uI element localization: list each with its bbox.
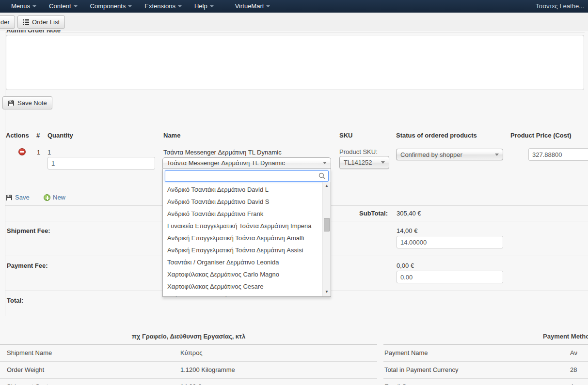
table-row: Shipment Name Κύπρος [0,345,377,362]
product-option[interactable]: Τσάντα Laptop Δερμάτινη Milano [163,293,322,296]
scrollbar-thumb[interactable] [324,218,330,231]
subtotal-value: 305,40 € [397,210,421,217]
product-select-dropdown: Ανδρικό Τσαντάκι Δερμάτινο David L Ανδρι… [162,169,331,297]
payment-summary-table: Payment Metho Payment Name Αν Total in P… [383,328,588,385]
nav-components[interactable]: Components [84,0,139,13]
payment-table-header: Payment Metho [383,328,588,345]
toolbar: der Order List [0,13,588,31]
product-option[interactable]: Ανδρικό Τσαντάκι Δερμάτινο David S [163,196,322,208]
product-option[interactable]: Γυναικεία Επαγγελματική Τσάντα Δερμάτινη… [163,220,322,232]
nav-menus[interactable]: Menus [5,0,43,13]
chevron-down-icon [178,5,182,7]
product-search-wrap [165,170,329,182]
row-value: Αν [570,345,577,361]
col-header-price: Product Price (Cost) [510,132,572,139]
edit-order-button-clipped[interactable]: der [0,15,15,29]
virtuemart-order-edit-screen: Menus Content Components Extensions Help… [0,0,588,385]
row-value: 4 [570,379,573,385]
col-header-sku: SKU [339,132,352,139]
table-row: Total in Payment Currency 28 [383,362,588,379]
product-option[interactable]: Τσαντάκι / Organiser Δερμάτινο Leonida [163,256,322,268]
payment-fee-display: 0,00 € [397,262,414,269]
order-status-select[interactable]: Confirmed by shopper [396,149,503,160]
table-row: Order Weight 1.1200 Kilogramme [0,362,377,379]
row-label: Email Currency [383,383,428,385]
delete-item-icon[interactable] [18,148,26,155]
plus-icon [44,194,50,201]
sku-select[interactable]: TL141252 [339,156,389,169]
admin-order-note-legend: Admin Order Note [6,30,61,34]
new-item-link[interactable]: New [44,194,65,201]
list-icon [23,19,29,25]
chevron-down-icon [32,5,36,7]
admin-order-note-textarea[interactable] [6,35,584,90]
product-select-value: Τσάντα Messenger Δερμάτινη TL Dynamic [167,159,285,167]
chevron-down-icon [210,5,214,7]
save-item-link[interactable]: Save [6,194,30,201]
chevron-down-icon [266,5,270,7]
row-value: 14,00 € [180,379,201,385]
product-options-list: Ανδρικό Τσαντάκι Δερμάτινο David L Ανδρι… [163,184,322,296]
shipment-table-header: πχ Γραφείο, Διεύθυνση Εργασίας, κτλ [0,328,377,345]
product-price-input[interactable] [528,148,588,161]
row-label: Total in Payment Currency [383,366,458,373]
dropdown-scrollbar[interactable]: ▲ ▼ [322,182,331,296]
row-value: 28 [570,362,577,378]
save-icon [8,100,15,107]
col-header-status: Status of ordered products [396,132,477,139]
chevron-down-icon [323,162,327,164]
row-value: 1.1200 Kilogramme [180,362,235,378]
shipment-summary-table: πχ Γραφείο, Διεύθυνση Εργασίας, κτλ Ship… [0,328,377,385]
chevron-down-icon [128,5,132,7]
col-header-name: Name [163,132,180,139]
shipment-fee-label: Shipment Fee: [7,227,50,234]
row-label: Payment Name [383,349,428,356]
product-name-text: Τσάντα Messenger Δερμάτινη TL Dynamic [163,149,282,156]
row-value: Κύπρος [180,345,203,361]
save-icon [6,194,13,201]
col-header-quantity: Quantity [48,132,73,139]
shipment-fee-input[interactable] [397,236,503,248]
nav-virtuemart[interactable]: VirtueMart [229,0,277,13]
product-option[interactable]: Ανδρικό Τσαντάκι Δερμάτινο Frank [163,208,322,220]
table-row: Shipment Cost 14,00 € [0,379,377,385]
product-option[interactable]: Χαρτοφύλακας Δερμάτινος Cesare [163,280,322,293]
total-label: Total: [7,297,23,304]
product-option[interactable]: Ανδρικό Τσαντάκι Δερμάτινο David L [163,184,322,196]
col-header-number: # [36,132,40,139]
scroll-up-icon[interactable]: ▲ [323,182,331,190]
row-label: Shipment Name [0,349,52,356]
product-option[interactable]: Χαρτοφύλακας Δερμάτινος Carlo Magno [163,268,322,280]
quantity-input[interactable] [48,157,155,169]
nav-help[interactable]: Help [188,0,220,13]
order-list-button[interactable]: Order List [17,15,65,29]
payment-fee-label: Payment Fee: [7,262,48,269]
admin-navbar: Menus Content Components Extensions Help… [0,0,588,13]
nav-extensions[interactable]: Extensions [138,0,188,13]
shipment-fee-display: 14,00 € [397,227,417,234]
site-name[interactable]: Τσαντες Leathe... [536,0,584,13]
scroll-down-icon[interactable]: ▼ [323,288,331,296]
subtotal-label: SubTotal: [339,210,388,217]
table-row: Email Currency 4 [383,379,588,385]
row-index: 1 [37,149,40,156]
product-option[interactable]: Ανδρική Επαγγελματική Τσάντα Δερμάτινη A… [163,244,322,256]
col-header-actions: Actions [6,132,29,139]
save-note-button[interactable]: Save Note [2,96,52,109]
sku-select-value: TL141252 [344,159,372,166]
payment-fee-input[interactable] [397,271,503,283]
product-select[interactable]: Τσάντα Messenger Δερμάτινη TL Dynamic [162,157,331,169]
chevron-down-icon [495,154,499,156]
chevron-down-icon [381,161,385,164]
search-icon [318,172,326,180]
product-sku-label: Product SKU: [339,148,378,155]
product-search-input[interactable] [165,170,329,182]
row-label: Shipment Cost [0,383,48,385]
chevron-down-icon [74,5,78,7]
product-option[interactable]: Ανδρική Επαγγελματική Τσάντα Δερμάτινη A… [163,232,322,244]
row-quantity-text: 1 [48,149,51,156]
row-label: Order Weight [0,366,44,373]
nav-content[interactable]: Content [43,0,84,13]
order-status-value: Confirmed by shopper [400,151,462,158]
table-row: Payment Name Αν [383,345,588,362]
